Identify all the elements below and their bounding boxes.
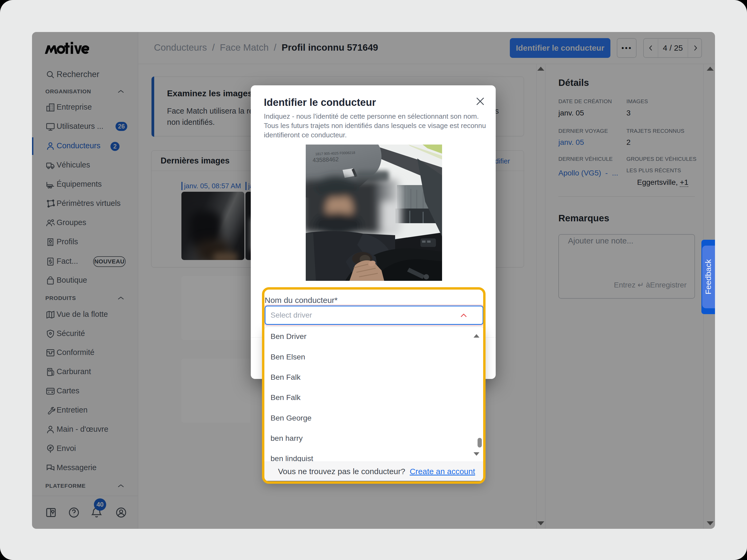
svg-text:43588462: 43588462	[312, 156, 339, 163]
